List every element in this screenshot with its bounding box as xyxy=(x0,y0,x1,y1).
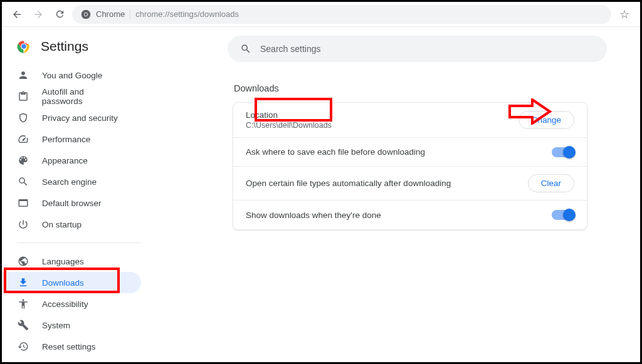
sidebar-item-label: Reset settings xyxy=(42,342,96,351)
reload-button[interactable] xyxy=(51,6,68,23)
sidebar-item-autofill[interactable]: Autofill and passwords xyxy=(2,86,141,107)
clear-button[interactable]: Clear xyxy=(528,174,574,192)
sidebar-item-label: System xyxy=(42,321,70,330)
search-settings-input[interactable]: Search settings xyxy=(228,36,607,62)
sidebar-item-you-and-google[interactable]: You and Google xyxy=(2,65,141,86)
download-icon xyxy=(17,276,29,289)
show-downloads-row: Show downloads when they're done xyxy=(233,200,587,229)
svg-point-2 xyxy=(85,13,88,16)
shield-icon xyxy=(17,112,29,124)
open-filetypes-row: Open certain file types automatically af… xyxy=(233,167,587,200)
ask-where-toggle[interactable] xyxy=(552,147,574,157)
browser-icon xyxy=(17,197,29,209)
back-button[interactable] xyxy=(8,6,26,23)
change-button[interactable]: Change xyxy=(518,111,574,129)
person-icon xyxy=(17,69,29,81)
restore-icon xyxy=(17,340,29,353)
main-content: Search settings Downloads Location C:\Us… xyxy=(159,27,640,362)
search-placeholder: Search settings xyxy=(260,44,321,54)
sidebar-item-languages[interactable]: Languages xyxy=(2,251,141,272)
ask-where-row: Ask where to save each file before downl… xyxy=(233,138,587,167)
sidebar-item-on-startup[interactable]: On startup xyxy=(2,214,141,235)
sidebar-item-label: Autofill and passwords xyxy=(42,87,126,106)
svg-point-5 xyxy=(21,44,26,49)
sidebar-item-performance[interactable]: Performance xyxy=(2,128,141,150)
chrome-logo-icon xyxy=(16,38,32,55)
open-filetypes-label: Open certain file types automatically af… xyxy=(246,179,451,188)
sidebar-item-appearance[interactable]: Appearance xyxy=(2,150,141,171)
speedometer-icon xyxy=(17,133,29,145)
location-row: Location C:\Users\dell\Downloads Change xyxy=(233,103,587,138)
sidebar-item-label: Accessibility xyxy=(42,299,88,309)
url-text: chrome://settings/downloads xyxy=(135,9,239,19)
show-downloads-toggle[interactable] xyxy=(552,210,574,220)
sidebar-item-system[interactable]: System xyxy=(2,315,141,336)
url-label: Chrome xyxy=(96,9,125,19)
sidebar-item-default-browser[interactable]: Default browser xyxy=(2,192,141,214)
wrench-icon xyxy=(17,319,29,331)
sidebar: Settings You and Google Autofill and pas… xyxy=(2,27,159,362)
settings-title: Settings xyxy=(41,39,88,54)
sidebar-item-downloads[interactable]: Downloads xyxy=(2,272,141,293)
forward-button[interactable] xyxy=(29,6,47,23)
search-icon xyxy=(240,43,251,55)
clipboard-icon xyxy=(17,90,29,103)
sidebar-item-label: Performance xyxy=(42,135,90,144)
section-title: Downloads xyxy=(234,83,621,93)
sidebar-item-label: Languages xyxy=(42,257,84,266)
sidebar-item-label: You and Google xyxy=(42,71,102,80)
sidebar-item-label: Downloads xyxy=(42,278,84,288)
ask-where-label: Ask where to save each file before downl… xyxy=(246,147,425,157)
sidebar-item-label: Default browser xyxy=(42,199,102,208)
sidebar-item-search-engine[interactable]: Search engine xyxy=(2,171,141,192)
show-downloads-label: Show downloads when they're done xyxy=(246,211,381,220)
location-value: C:\Users\dell\Downloads xyxy=(246,121,332,130)
sidebar-item-label: Search engine xyxy=(42,177,97,187)
sidebar-item-label: On startup xyxy=(42,220,82,229)
downloads-card: Location C:\Users\dell\Downloads Change … xyxy=(233,102,587,230)
chrome-icon xyxy=(81,9,91,19)
accessibility-icon xyxy=(17,298,29,310)
location-label: Location xyxy=(246,110,332,120)
bookmark-star-icon[interactable]: ☆ xyxy=(615,8,634,21)
globe-icon xyxy=(17,255,29,268)
palette-icon xyxy=(17,154,29,167)
sidebar-item-label: Privacy and security xyxy=(42,113,118,123)
sidebar-item-accessibility[interactable]: Accessibility xyxy=(2,293,141,315)
browser-toolbar: Chrome chrome://settings/downloads ☆ xyxy=(2,2,640,27)
sidebar-item-privacy[interactable]: Privacy and security xyxy=(2,107,141,128)
power-icon xyxy=(17,218,29,231)
url-bar[interactable]: Chrome chrome://settings/downloads xyxy=(72,5,611,24)
sidebar-item-label: Appearance xyxy=(42,156,88,165)
search-icon xyxy=(17,175,29,188)
sidebar-item-reset[interactable]: Reset settings xyxy=(2,336,141,357)
